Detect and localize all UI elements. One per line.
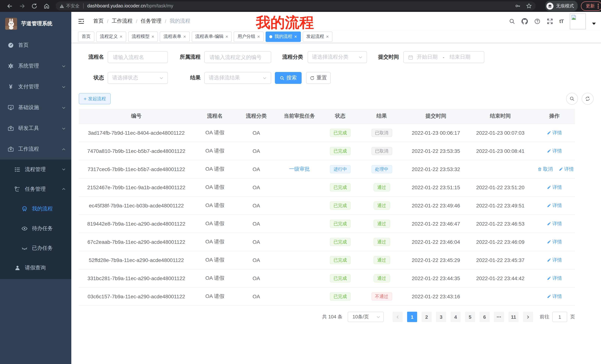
hamburger-fold-icon[interactable] bbox=[78, 18, 85, 25]
create-process-button[interactable]: 发起流程 bbox=[79, 93, 111, 104]
security-status[interactable]: 不安全 bbox=[60, 3, 80, 9]
page-button-6[interactable]: 6 bbox=[480, 312, 490, 322]
cancel-link[interactable]: 取消 bbox=[538, 166, 553, 172]
close-tab-icon[interactable] bbox=[183, 34, 186, 39]
logo[interactable]: 芋道管理系统 bbox=[0, 12, 71, 32]
header-actions: tT bbox=[509, 13, 596, 29]
tab-my-processes[interactable]: 我的流程 bbox=[266, 31, 301, 42]
detail-link[interactable]: 详情 bbox=[547, 184, 562, 191]
refresh-table-button[interactable] bbox=[582, 93, 594, 105]
main-area: 我的流程 首页 / 工作流程 / 任务管理 / 我的流程 tT bbox=[71, 12, 601, 364]
process-definition-input[interactable] bbox=[204, 51, 271, 63]
detail-link[interactable]: 详情 bbox=[547, 202, 562, 209]
detail-link[interactable]: 详情 bbox=[547, 239, 562, 245]
page-button-4[interactable]: 4 bbox=[451, 312, 461, 322]
result-select[interactable]: 请选择流结果 bbox=[204, 72, 271, 84]
status-badge: 已完成 bbox=[330, 129, 351, 137]
address-bar[interactable]: 不安全 dashboard.yudao.iocoder.cn/bpm/task/… bbox=[56, 1, 536, 10]
detail-link[interactable]: 详情 bbox=[547, 220, 562, 227]
sidebar-item-todo-tasks[interactable]: 待办任务 bbox=[0, 219, 71, 238]
detail-link[interactable]: 详情 bbox=[547, 275, 562, 282]
font-size-icon[interactable]: tT bbox=[559, 18, 563, 24]
close-tab-icon[interactable] bbox=[294, 34, 297, 39]
sidebar-item-process-management[interactable]: 流程管理 bbox=[0, 160, 71, 179]
detail-link[interactable]: 详情 bbox=[559, 166, 574, 172]
browser-update-button[interactable]: 更新 bbox=[581, 1, 601, 10]
avatar-caret-icon[interactable] bbox=[592, 23, 596, 25]
plus-icon bbox=[84, 96, 87, 102]
current-task-link[interactable]: 一级审批 bbox=[289, 166, 310, 172]
prev-page-button[interactable] bbox=[393, 312, 403, 322]
close-tab-icon[interactable] bbox=[120, 34, 122, 39]
breadcrumb-task-management[interactable]: 任务管理 bbox=[141, 18, 161, 25]
tab-start-process[interactable]: 发起流程 bbox=[302, 31, 332, 42]
page-button-2[interactable]: 2 bbox=[421, 312, 432, 322]
tab-process-model[interactable]: 流程模型 bbox=[128, 31, 158, 42]
close-tab-icon[interactable] bbox=[225, 34, 228, 39]
browser-reload-icon[interactable] bbox=[31, 3, 38, 9]
goto-page-input[interactable] bbox=[552, 312, 567, 322]
help-icon[interactable] bbox=[534, 18, 541, 24]
sidebar-item-done-tasks[interactable]: 已办任务 bbox=[0, 238, 71, 258]
next-page-button[interactable] bbox=[523, 312, 533, 322]
close-tab-icon[interactable] bbox=[257, 34, 260, 39]
security-label: 不安全 bbox=[66, 3, 80, 9]
sidebar-item-workflow[interactable]: 工作流程 bbox=[0, 139, 71, 160]
edit-icon bbox=[547, 149, 551, 153]
browser-home-icon[interactable] bbox=[43, 3, 50, 9]
breadcrumb-current: 我的流程 bbox=[170, 18, 190, 25]
github-icon[interactable] bbox=[521, 18, 528, 24]
tab-home[interactable]: 首页 bbox=[78, 31, 94, 42]
breadcrumb-separator: / bbox=[107, 18, 109, 24]
detail-link[interactable]: 详情 bbox=[547, 130, 562, 136]
close-tab-icon[interactable] bbox=[151, 34, 154, 39]
browser-forward-icon[interactable] bbox=[19, 3, 25, 9]
start-date-placeholder: 开始日期 bbox=[417, 54, 438, 60]
browser-menu-icon[interactable] bbox=[598, 3, 599, 8]
avatar[interactable] bbox=[570, 13, 586, 29]
password-key-icon[interactable] bbox=[515, 3, 521, 9]
trash-icon bbox=[538, 167, 542, 172]
detail-link[interactable]: 详情 bbox=[547, 257, 562, 263]
page-button-11[interactable]: 11 bbox=[509, 312, 519, 322]
chevron-up-icon bbox=[62, 147, 66, 151]
fullscreen-icon[interactable] bbox=[547, 18, 553, 24]
sidebar-item-leave-query[interactable]: 请假查询 bbox=[0, 258, 71, 278]
tab-process-definition[interactable]: 流程定义 bbox=[96, 31, 126, 42]
sidebar-item-task-management[interactable]: 任务管理 bbox=[0, 179, 71, 199]
tab-process-form-edit[interactable]: 流程表单-编辑 bbox=[192, 31, 232, 42]
submit-time-range-picker[interactable]: 开始日期 - 结束日期 bbox=[403, 51, 484, 63]
breadcrumb-home[interactable]: 首页 bbox=[93, 18, 104, 25]
sidebar-item-home[interactable]: 首页 bbox=[0, 35, 71, 56]
sidebar-item-dev-tools[interactable]: 研发工具 bbox=[0, 118, 71, 139]
page-button-1[interactable]: 1 bbox=[407, 312, 417, 322]
sidebar-item-my-processes[interactable]: 我的流程 bbox=[0, 199, 71, 219]
tab-user-group[interactable]: 用户分组 bbox=[234, 31, 264, 42]
browser-back-icon[interactable] bbox=[7, 3, 13, 9]
range-separator: - bbox=[443, 54, 444, 60]
search-button[interactable]: 搜索 bbox=[275, 72, 302, 84]
url-text[interactable]: dashboard.yudao.iocoder.cn/bpm/task/my bbox=[87, 3, 173, 9]
sidebar-item-system[interactable]: 系统管理 bbox=[0, 56, 71, 77]
page-size-select[interactable]: 10条/页 bbox=[348, 312, 384, 322]
process-category-select[interactable]: 请选择流程分类 bbox=[308, 51, 367, 63]
search-icon[interactable] bbox=[509, 18, 515, 24]
bookmark-star-icon[interactable] bbox=[526, 3, 532, 9]
breadcrumb-workflow[interactable]: 工作流程 bbox=[112, 18, 133, 25]
tab-process-form[interactable]: 流程表单 bbox=[160, 31, 190, 42]
page-button-3[interactable]: 3 bbox=[436, 312, 446, 322]
sidebar-item-payment[interactable]: ¥ 支付管理 bbox=[0, 77, 71, 97]
pagination-more-button[interactable]: ••• bbox=[494, 312, 504, 322]
chevron-down-icon bbox=[359, 55, 362, 59]
toggle-search-button[interactable] bbox=[566, 93, 578, 105]
page-button-5[interactable]: 5 bbox=[465, 312, 475, 322]
status-select[interactable]: 请选择状态 bbox=[108, 72, 168, 84]
sidebar-item-infrastructure[interactable]: 基础设施 bbox=[0, 97, 71, 118]
detail-link[interactable]: 详情 bbox=[547, 293, 562, 300]
detail-link[interactable]: 详情 bbox=[547, 148, 562, 154]
edit-icon bbox=[559, 167, 563, 172]
process-name-input[interactable] bbox=[108, 51, 168, 63]
reset-button[interactable]: 重置 bbox=[306, 72, 331, 84]
table-row: 331bc281-7b9a-11ec-a290-acde48001122 OA … bbox=[79, 269, 575, 287]
close-tab-icon[interactable] bbox=[326, 34, 329, 39]
